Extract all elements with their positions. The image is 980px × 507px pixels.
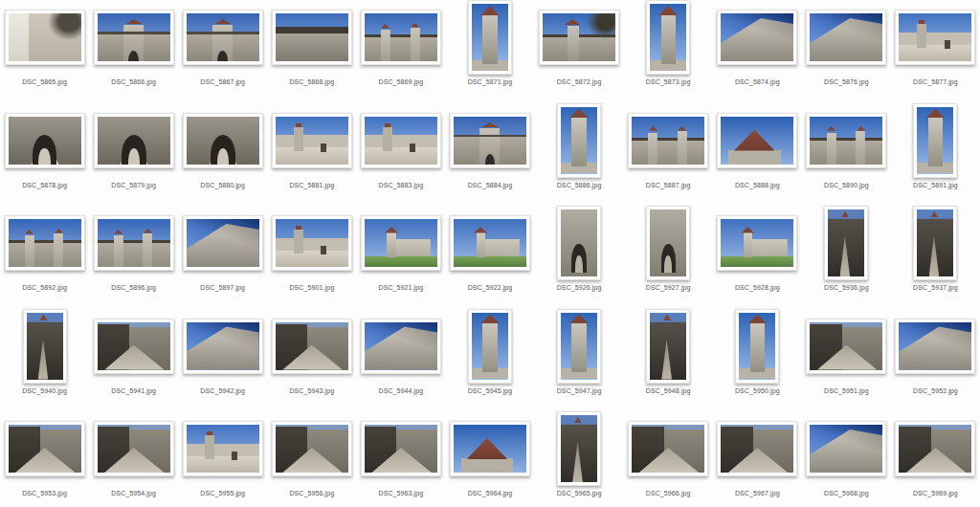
photo-item[interactable]: DSC_5945.jpg bbox=[445, 309, 534, 412]
photo-item[interactable]: DSC_5879.jpg bbox=[89, 103, 178, 207]
photo-item[interactable]: DSC_5941.jpg bbox=[89, 309, 178, 412]
photo-item[interactable]: DSC_5886.jpg bbox=[535, 103, 624, 207]
photo-item[interactable]: DSC_5892.jpg bbox=[0, 206, 89, 309]
photo-item[interactable]: DSC_5890.jpg bbox=[802, 103, 891, 207]
photo-item[interactable]: DSC_5901.jpg bbox=[267, 206, 356, 309]
photo-image bbox=[365, 322, 437, 370]
photo-item[interactable]: DSC_5943.jpg bbox=[267, 309, 356, 412]
photo-item[interactable]: DSC_5883.jpg bbox=[356, 103, 445, 207]
photo-item[interactable]: DSC_5966.jpg bbox=[624, 411, 713, 507]
photo-item[interactable]: DSC_5968.jpg bbox=[802, 411, 891, 507]
thumbnail-area bbox=[445, 411, 534, 486]
photo-item[interactable]: DSC_5956.jpg bbox=[267, 411, 356, 507]
photo-thumbnail-card bbox=[5, 10, 85, 65]
photo-item[interactable]: DSC_5969.jpg bbox=[891, 411, 980, 507]
photo-item[interactable]: DSC_5937.jpg bbox=[891, 206, 980, 309]
photo-item[interactable]: DSC_5866.jpg bbox=[89, 0, 178, 103]
photo-thumbnail-card bbox=[557, 309, 601, 384]
photo-item[interactable]: DSC_5877.jpg bbox=[891, 0, 980, 103]
photo-item[interactable]: DSC_5964.jpg bbox=[445, 411, 534, 507]
photo-item[interactable]: DSC_5928.jpg bbox=[713, 206, 802, 309]
photo-filename: DSC_5877.jpg bbox=[913, 77, 958, 86]
photo-filename: DSC_5966.jpg bbox=[646, 489, 691, 497]
photo-image bbox=[472, 4, 508, 71]
photo-item[interactable]: DSC_5951.jpg bbox=[802, 309, 891, 412]
photo-image bbox=[899, 322, 971, 370]
thumbnail-area bbox=[535, 206, 624, 280]
photo-thumbnail-card bbox=[557, 206, 601, 280]
photo-item[interactable]: DSC_5927.jpg bbox=[624, 206, 713, 309]
photo-item[interactable]: DSC_5888.jpg bbox=[713, 103, 802, 207]
thumbnail-area bbox=[267, 103, 356, 178]
photo-item[interactable]: DSC_5880.jpg bbox=[178, 103, 267, 207]
photo-thumbnail-card bbox=[94, 215, 174, 271]
thumbnail-area bbox=[0, 103, 89, 178]
photo-item[interactable]: DSC_5955.jpg bbox=[178, 411, 267, 507]
photo-filename: DSC_5874.jpg bbox=[735, 77, 780, 86]
photo-item[interactable]: DSC_5921.jpg bbox=[356, 206, 445, 309]
photo-item[interactable]: DSC_5884.jpg bbox=[445, 103, 534, 207]
thumbnail-area bbox=[356, 206, 445, 280]
photo-item[interactable]: DSC_5922.jpg bbox=[445, 206, 534, 309]
photo-thumbnail-card bbox=[450, 215, 530, 271]
photo-item[interactable]: DSC_5896.jpg bbox=[89, 206, 178, 309]
thumbnail-area bbox=[891, 206, 980, 280]
thumbnail-area bbox=[178, 309, 267, 384]
photo-item[interactable]: DSC_5867.jpg bbox=[178, 0, 267, 103]
photo-item[interactable]: DSC_5926.jpg bbox=[535, 206, 624, 309]
photo-image bbox=[9, 219, 81, 267]
photo-item[interactable]: DSC_5954.jpg bbox=[89, 411, 178, 507]
photo-item[interactable]: DSC_5952.jpg bbox=[891, 309, 980, 412]
photo-item[interactable]: DSC_5891.jpg bbox=[891, 103, 980, 207]
photo-item[interactable]: DSC_5878.jpg bbox=[0, 103, 89, 207]
photo-item[interactable]: DSC_5872.jpg bbox=[535, 0, 624, 103]
photo-item[interactable]: DSC_5868.jpg bbox=[267, 0, 356, 103]
photo-item[interactable]: DSC_5963.jpg bbox=[356, 411, 445, 507]
photo-item[interactable]: DSC_5942.jpg bbox=[178, 309, 267, 412]
photo-thumbnail-card bbox=[272, 113, 352, 168]
photo-filename: DSC_5943.jpg bbox=[289, 386, 334, 395]
photo-item[interactable]: DSC_5965.jpg bbox=[535, 411, 624, 507]
photo-image bbox=[721, 425, 793, 473]
photo-item[interactable]: DSC_5874.jpg bbox=[713, 0, 802, 103]
photo-thumbnail-card bbox=[646, 309, 690, 384]
thumbnail-area bbox=[802, 0, 891, 75]
photo-item[interactable]: DSC_5881.jpg bbox=[267, 103, 356, 207]
photo-image bbox=[650, 4, 686, 71]
thumbnail-area bbox=[713, 0, 802, 75]
photo-item[interactable]: DSC_5967.jpg bbox=[713, 411, 802, 507]
photo-item[interactable]: DSC_5876.jpg bbox=[802, 0, 891, 103]
photo-item[interactable]: DSC_5887.jpg bbox=[624, 103, 713, 207]
thumbnail-area bbox=[267, 309, 356, 384]
photo-thumbnail-card bbox=[94, 10, 174, 65]
photo-item[interactable]: DSC_5865.jpg bbox=[0, 0, 89, 103]
photo-item[interactable]: DSC_5953.jpg bbox=[0, 411, 89, 507]
photo-image bbox=[810, 117, 882, 165]
photo-item[interactable]: DSC_5940.jpg bbox=[0, 309, 89, 412]
thumbnail-area bbox=[713, 309, 802, 384]
photo-image bbox=[276, 219, 348, 267]
photo-filename: DSC_5969.jpg bbox=[913, 489, 958, 497]
thumbnail-area bbox=[802, 206, 891, 280]
photo-thumbnail-card bbox=[806, 113, 886, 168]
thumbnail-area bbox=[891, 0, 980, 75]
photo-thumbnail-card bbox=[895, 319, 975, 374]
photo-item[interactable]: DSC_5944.jpg bbox=[356, 309, 445, 412]
photo-item[interactable]: DSC_5950.jpg bbox=[713, 309, 802, 412]
photo-item[interactable]: DSC_5873.jpg bbox=[624, 0, 713, 103]
photo-filename: DSC_5873.jpg bbox=[646, 77, 691, 86]
thumbnail-area bbox=[713, 206, 802, 280]
thumbnail-area bbox=[445, 206, 534, 280]
photo-image bbox=[98, 219, 170, 267]
thumbnail-area bbox=[89, 206, 178, 280]
photo-item[interactable]: DSC_5869.jpg bbox=[356, 0, 445, 103]
photo-image bbox=[98, 425, 170, 473]
photo-item[interactable]: DSC_5948.jpg bbox=[624, 309, 713, 412]
photo-item[interactable]: DSC_5871.jpg bbox=[445, 0, 534, 103]
photo-thumbnail-card bbox=[450, 113, 530, 168]
thumbnail-area bbox=[802, 309, 891, 384]
photo-item[interactable]: DSC_5936.jpg bbox=[802, 206, 891, 309]
photo-item[interactable]: DSC_5947.jpg bbox=[535, 309, 624, 412]
photo-item[interactable]: DSC_5897.jpg bbox=[178, 206, 267, 309]
thumbnail-area bbox=[445, 0, 534, 75]
